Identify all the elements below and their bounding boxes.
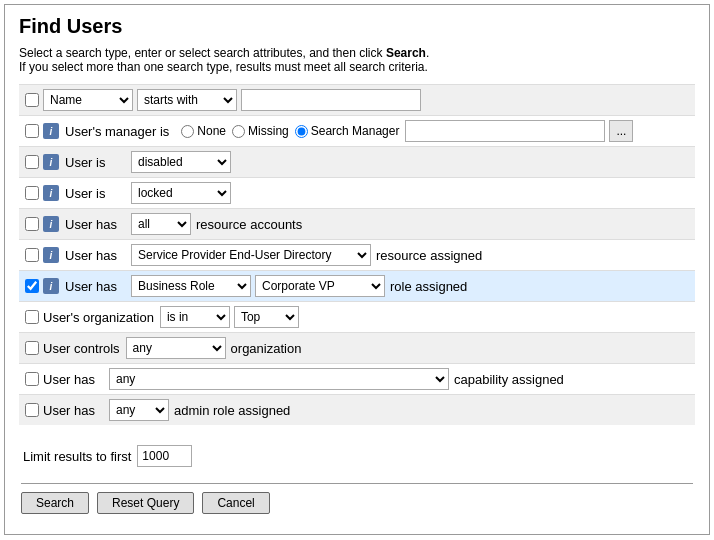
- user-has-resource-label: User has: [65, 217, 125, 232]
- user-has-resource-all-select[interactable]: all any no: [131, 213, 191, 235]
- manager-label: User's manager is: [65, 124, 169, 139]
- user-locked-checkbox-cell: [21, 186, 43, 200]
- action-buttons: Search Reset Query Cancel: [21, 483, 693, 514]
- user-controls-select[interactable]: any all no: [126, 337, 226, 359]
- user-controls-checkbox[interactable]: [25, 341, 39, 355]
- user-has-resource-info-icon: i: [43, 216, 59, 232]
- limit-input[interactable]: [137, 445, 192, 467]
- user-disabled-checkbox-cell: [21, 155, 43, 169]
- user-disabled-row: i User is disabled enabled: [19, 146, 695, 177]
- manager-info-icon: i: [43, 123, 59, 139]
- user-has-capability-checkbox[interactable]: [25, 372, 39, 386]
- manager-checkbox-cell: [21, 124, 43, 138]
- none-radio-label: None: [181, 124, 226, 138]
- intro-bold: Search: [386, 46, 426, 60]
- user-org-checkbox-cell: [21, 310, 43, 324]
- intro-line1: Select a search type, enter or select se…: [19, 46, 383, 60]
- business-role-type-select[interactable]: Business Role Application Role: [131, 275, 251, 297]
- user-disabled-label: User is: [65, 155, 125, 170]
- bottom-section: Limit results to first Search Reset Quer…: [19, 435, 695, 520]
- role-assigned-text: role assigned: [390, 279, 467, 294]
- intro-text: Select a search type, enter or select se…: [19, 46, 695, 74]
- user-has-admin-row: User has any none admin role assigned: [19, 394, 695, 425]
- name-checkbox[interactable]: [25, 93, 39, 107]
- manager-checkbox[interactable]: [25, 124, 39, 138]
- user-has-role-info-icon: i: [43, 278, 59, 294]
- user-disabled-checkbox[interactable]: [25, 155, 39, 169]
- none-radio-text: None: [197, 124, 226, 138]
- user-has-admin-checkbox[interactable]: [25, 403, 39, 417]
- organization-text: organization: [231, 341, 302, 356]
- name-value-input[interactable]: [241, 89, 421, 111]
- manager-radio-group: None Missing Search Manager: [181, 124, 399, 138]
- user-locked-label: User is: [65, 186, 125, 201]
- page-title: Find Users: [19, 15, 695, 38]
- capability-select[interactable]: any: [109, 368, 449, 390]
- user-has-resource-assigned-info-icon: i: [43, 247, 59, 263]
- search-manager-radio[interactable]: [295, 125, 308, 138]
- missing-radio-label: Missing: [232, 124, 289, 138]
- search-button[interactable]: Search: [21, 492, 89, 514]
- user-has-resource-assigned-label: User has: [65, 248, 125, 263]
- user-locked-select[interactable]: locked unlocked: [131, 182, 231, 204]
- search-manager-radio-label: Search Manager: [295, 124, 400, 138]
- limit-row: Limit results to first: [21, 441, 693, 471]
- business-role-value-select[interactable]: Corporate VP Manager Employee: [255, 275, 385, 297]
- user-disabled-select[interactable]: disabled enabled: [131, 151, 231, 173]
- user-org-checkbox[interactable]: [25, 310, 39, 324]
- user-has-resource-row: i User has all any no resource accounts: [19, 208, 695, 239]
- user-controls-checkbox-cell: [21, 341, 43, 355]
- user-locked-checkbox[interactable]: [25, 186, 39, 200]
- cancel-button[interactable]: Cancel: [202, 492, 269, 514]
- name-checkbox-cell: [21, 93, 43, 107]
- manager-value-input[interactable]: [405, 120, 605, 142]
- manager-row: i User's manager is None Missing Search …: [19, 115, 695, 146]
- user-has-role-label: User has: [65, 279, 125, 294]
- user-has-resource-assigned-row: i User has Service Provider End-User Dir…: [19, 239, 695, 270]
- user-has-role-row: i User has Business Role Application Rol…: [19, 270, 695, 301]
- none-radio[interactable]: [181, 125, 194, 138]
- user-has-resource-assigned-checkbox-cell: [21, 248, 43, 262]
- intro-line2: If you select more than one search type,…: [19, 60, 428, 74]
- missing-radio[interactable]: [232, 125, 245, 138]
- name-condition-select[interactable]: starts with equals ends with contains: [137, 89, 237, 111]
- user-has-resource-assigned-checkbox[interactable]: [25, 248, 39, 262]
- user-has-role-checkbox[interactable]: [25, 279, 39, 293]
- admin-role-select[interactable]: any none: [109, 399, 169, 421]
- page-container: Find Users Select a search type, enter o…: [4, 4, 710, 535]
- user-has-capability-checkbox-cell: [21, 372, 43, 386]
- user-controls-label: User controls: [43, 341, 120, 356]
- org-is-in-select[interactable]: is in is not in: [160, 306, 230, 328]
- user-org-label: User's organization: [43, 310, 154, 325]
- limit-label: Limit results to first: [23, 449, 131, 464]
- missing-radio-text: Missing: [248, 124, 289, 138]
- user-org-row: User's organization is in is not in Top …: [19, 301, 695, 332]
- user-has-capability-label: User has: [43, 372, 103, 387]
- user-has-resource-checkbox-cell: [21, 217, 43, 231]
- resource-assigned-text: resource assigned: [376, 248, 482, 263]
- user-has-role-checkbox-cell: [21, 279, 43, 293]
- user-locked-row: i User is locked unlocked: [19, 177, 695, 208]
- user-disabled-info-icon: i: [43, 154, 59, 170]
- admin-role-assigned-text: admin role assigned: [174, 403, 290, 418]
- name-field-select[interactable]: Name: [43, 89, 133, 111]
- user-has-capability-row: User has any capability assigned: [19, 363, 695, 394]
- capability-assigned-text: capability assigned: [454, 372, 564, 387]
- resource-provider-select[interactable]: Service Provider End-User Directory Othe…: [131, 244, 371, 266]
- user-locked-info-icon: i: [43, 185, 59, 201]
- browse-button[interactable]: ...: [609, 120, 633, 142]
- user-has-resource-checkbox[interactable]: [25, 217, 39, 231]
- reset-query-button[interactable]: Reset Query: [97, 492, 194, 514]
- user-has-admin-label: User has: [43, 403, 103, 418]
- user-has-admin-checkbox-cell: [21, 403, 43, 417]
- name-row: Name starts with equals ends with contai…: [19, 84, 695, 115]
- user-controls-row: User controls any all no organization: [19, 332, 695, 363]
- resource-accounts-text: resource accounts: [196, 217, 302, 232]
- search-manager-radio-text: Search Manager: [311, 124, 400, 138]
- org-top-select[interactable]: Top Sub-Org: [234, 306, 299, 328]
